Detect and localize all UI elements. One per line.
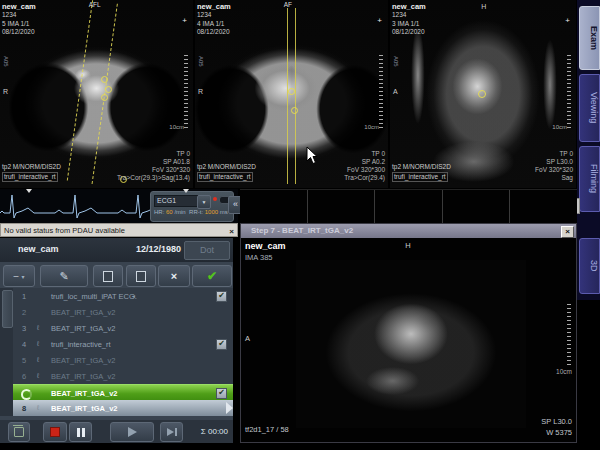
queue-row-4[interactable]: 4 ℓ trufi_interactive_rt ✔ <box>13 336 233 352</box>
edit-protocol-button[interactable]: ✎ <box>40 265 88 287</box>
dot-engine-button[interactable]: Dot <box>184 241 230 260</box>
close-icon[interactable]: × <box>561 226 574 238</box>
film-cell[interactable] <box>510 190 577 223</box>
remove-step-button[interactable]: – ▾ <box>3 265 35 287</box>
copy-button[interactable] <box>93 265 123 287</box>
image-annotation-bottomright: TP 0 SP A0.2 FoV 320*300 Tra>Cor(29.4) <box>344 150 385 183</box>
minus-icon: – <box>13 271 18 281</box>
film-cell[interactable] <box>308 190 376 223</box>
row-name: BEAT_IRT_tGA_v2 <box>51 372 115 381</box>
orientation-left: R <box>198 88 203 97</box>
scale-ruler <box>567 55 571 131</box>
image-annotation-bottomright: TP 0 SP A01.8 FoV 320*320 Tra>Cor(29.3)>… <box>117 150 190 183</box>
scale-ruler <box>567 304 571 366</box>
stop-button[interactable] <box>43 422 67 442</box>
queue-row-6[interactable]: 6 ℓ BEAT_IRT_tGA_v2 <box>13 368 233 384</box>
slice-handle[interactable] <box>478 90 486 98</box>
image-viewport-3-selected[interactable]: new_cam 1234 3 IMA 1/1 08/12/2020 H + A0… <box>390 0 576 188</box>
series-number: 3 IMA 1/1 <box>392 20 419 27</box>
cancel-button[interactable]: × <box>158 265 190 287</box>
step-property-icon: ℓ <box>37 372 39 379</box>
series-number: 5 IMA 1/1 <box>2 20 29 27</box>
patient-name: new_cam <box>392 2 426 11</box>
tab-3d[interactable]: 3D <box>579 238 600 294</box>
close-icon: × <box>171 270 177 282</box>
list-scrollbar[interactable] <box>0 288 13 416</box>
step-image-area[interactable]: new_cam IMA 385 H A 10cm tf2d1_17 / 58 S… <box>241 238 576 442</box>
scale-ruler <box>184 55 188 131</box>
image-viewport-1[interactable]: new_cam 1234 5 IMA 1/1 08/12/2020 AFL + … <box>0 0 193 188</box>
slice-handle[interactable] <box>291 107 298 114</box>
play-button[interactable] <box>110 422 154 442</box>
hr-unit: /min <box>174 209 185 215</box>
scanner-console-window: new_cam 1234 5 IMA 1/1 08/12/2020 AFL + … <box>0 0 600 450</box>
row-name: BEAT_IRT_tGA_v2 <box>51 324 115 333</box>
row-number: 5 <box>22 356 26 365</box>
row-number: 2 <box>22 308 26 317</box>
queue-row-2[interactable]: 2 BEAT_IRT_tGA_v2 <box>13 304 233 320</box>
delete-button[interactable] <box>8 422 30 442</box>
series-number: 4 IMA 1/1 <box>197 20 224 27</box>
chevron-down-icon[interactable]: ▼ <box>197 195 211 209</box>
queue-row-5[interactable]: 5 ℓ BEAT_IRT_tGA_v2 <box>13 352 233 368</box>
row-checkbox[interactable]: ✔ <box>216 291 227 302</box>
pause-button[interactable] <box>69 422 92 442</box>
patient-header: new_cam 12/12/1980 Dot <box>0 238 233 262</box>
patient-id: 1234 <box>197 11 211 18</box>
paste-button[interactable] <box>126 265 156 287</box>
queue-row-1[interactable]: 1 trufi_loc_multi_iPAT ECG. ◄ ✔ <box>13 288 233 304</box>
tab-viewing[interactable]: Viewing <box>579 74 600 142</box>
film-cell[interactable] <box>240 190 308 223</box>
row-name: BEAT_IRT_tGA_v2 <box>51 356 115 365</box>
segment-cross-icon[interactable]: + <box>182 16 187 26</box>
skip-bar-icon <box>175 428 177 436</box>
slice-handle[interactable] <box>101 76 108 83</box>
queue-row-8-selected[interactable]: 8 ℓ BEAT_IRT_tGA_v2 <box>13 400 233 416</box>
tech-params: tp2 M/NORM/DIS2D <box>392 163 451 170</box>
sp-value: SP A01.8 <box>163 158 190 165</box>
copy-icon <box>103 271 113 282</box>
signal-alert-icon <box>213 197 217 201</box>
image-annotation-bottomleft: tp2 M/NORM/DIS2D trufi_interactive_rt <box>392 163 451 182</box>
tab-exam[interactable]: Exam <box>579 6 600 70</box>
sp-value: SP L30.0 <box>546 158 573 165</box>
queue-row-3[interactable]: 3 ℓ BEAT_IRT_tGA_v2 <box>13 320 233 336</box>
status-bar: No valid status from PDAU available × <box>0 223 238 237</box>
film-cell[interactable] <box>375 190 443 223</box>
segment-cross-icon[interactable]: + <box>565 16 570 26</box>
tp-value: TP 0 <box>371 150 385 157</box>
slice-handle[interactable] <box>101 94 108 101</box>
ecg-channel-select[interactable]: ECG1 <box>154 195 198 207</box>
status-message: No valid status from PDAU available <box>4 226 125 235</box>
trash-icon <box>14 427 24 437</box>
slice-handle[interactable] <box>105 86 112 93</box>
apply-button[interactable]: ✔ <box>192 265 232 287</box>
sp-value: SP A0.2 <box>362 158 385 165</box>
scrollbar-thumb[interactable] <box>2 290 13 328</box>
close-icon[interactable]: × <box>229 225 234 238</box>
skip-to-end-button[interactable] <box>160 422 183 442</box>
window-title-bar[interactable]: Step 7 - BEAT_IRT_tGA_v2 × <box>241 224 576 238</box>
slice-handle[interactable] <box>288 88 295 95</box>
tp-value: TP 0 <box>559 150 573 157</box>
segment-cross-icon[interactable]: + <box>377 16 382 26</box>
slice-position-line[interactable] <box>295 8 296 184</box>
patient-name: new_cam <box>245 241 286 251</box>
slice-group-label: AFL <box>89 1 101 9</box>
pause-icon <box>77 428 80 437</box>
row-checkbox[interactable]: ✔ <box>216 388 227 399</box>
scale-label: 10cm <box>552 124 567 132</box>
image-viewport-2[interactable]: new_cam 1234 4 IMA 1/1 08/12/2020 AF + A… <box>195 0 388 188</box>
trigger-marker-icon <box>183 189 189 193</box>
sp-value: SP L30.0 <box>541 417 572 426</box>
plane-value: Tra>Cor(29.3)>Sag(13.4) <box>117 174 190 181</box>
film-cell[interactable] <box>443 190 511 223</box>
slice-group-label: AF <box>284 1 292 9</box>
tab-filming[interactable]: Filming <box>579 146 600 212</box>
slice-position-line[interactable] <box>287 8 288 184</box>
trigger-marker-icon <box>26 189 32 193</box>
tech-params: tp2 M/NORM/DIS2D <box>2 163 61 170</box>
row-checkbox[interactable]: ✔ <box>216 339 227 350</box>
window-value: W 5375 <box>546 428 572 437</box>
queue-transport-controls: Σ 00:00 <box>0 420 233 443</box>
